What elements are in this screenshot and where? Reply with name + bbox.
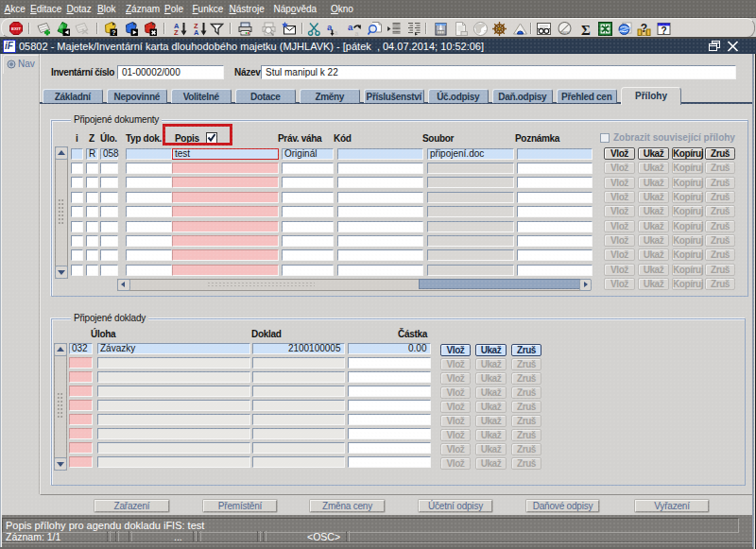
svg-text:A: A [194,28,199,36]
svg-text:a: a [348,22,353,32]
svg-text:Σ: Σ [581,23,591,37]
svg-text:a: a [355,30,359,37]
svg-text:100%: 100% [560,31,570,35]
svg-text:?: ? [640,22,646,35]
svg-text:?: ? [112,29,115,36]
svg-text:Z: Z [174,28,179,36]
svg-text:?: ? [661,26,666,36]
svg-text:EXIT: EXIT [11,26,21,31]
svg-text:a: a [334,29,337,36]
